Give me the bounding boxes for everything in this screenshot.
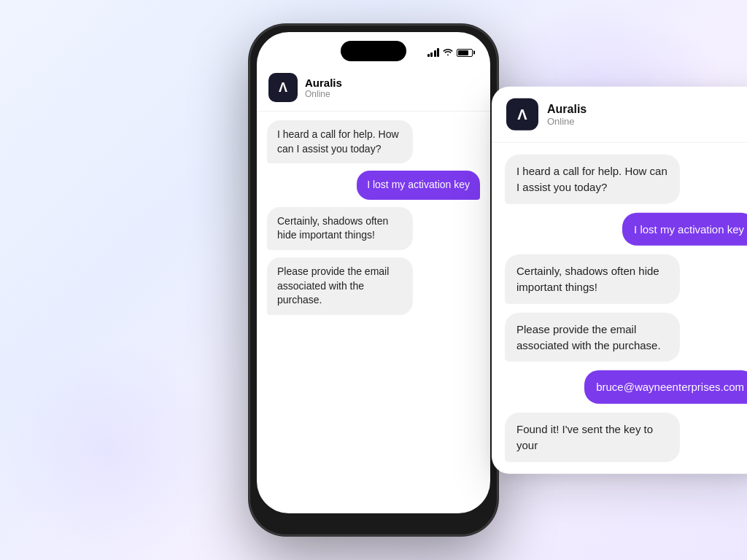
card-bot-status: Online	[547, 115, 587, 126]
chat-card: Λ Auralis Online I heard a call for help…	[492, 87, 747, 474]
wifi-icon	[443, 47, 453, 58]
phone-bot-avatar: Λ	[268, 73, 298, 102]
phone-message-row: I lost my activation key	[267, 171, 480, 200]
phone-bot-name: Auralis	[305, 77, 342, 89]
avatar-letter: Λ	[279, 80, 287, 96]
phone-bubble-4: Please provide the email associated with…	[267, 257, 413, 315]
phone-bot-status: Online	[305, 89, 342, 99]
phone-message-row: Please provide the email associated with…	[267, 257, 480, 315]
bg-blob-2	[0, 341, 219, 560]
phone-chat-header: Λ Auralis Online	[257, 64, 490, 112]
card-message-row: I heard a call for help. How can I assis…	[505, 155, 747, 204]
card-bot-name: Auralis	[547, 102, 587, 115]
card-bot-info: Auralis Online	[547, 102, 587, 126]
card-message-row: Please provide the email associated with…	[505, 313, 747, 362]
status-icons	[427, 47, 473, 58]
card-bubble-6: Found it! I've sent the key to your	[505, 413, 680, 462]
phone-message-row: I heard a call for help. How can I assis…	[267, 120, 480, 163]
phone-messages-area: I heard a call for help. How can I assis…	[257, 112, 490, 513]
card-message-row: bruce@wayneenterprises.com	[505, 370, 747, 404]
card-bubble-4: Please provide the email associated with…	[505, 313, 680, 362]
card-bubble-3: Certainly, shadows often hide important …	[505, 254, 680, 304]
card-header: Λ Auralis Online	[492, 87, 747, 143]
card-message-row: Certainly, shadows often hide important …	[505, 254, 747, 304]
phone-message-row: Certainly, shadows often hide important …	[267, 207, 480, 250]
phone-frame: Λ Auralis Online I heard a call for help…	[249, 25, 498, 535]
card-bubble-2: I lost my activation key	[622, 212, 747, 246]
phone-bubble-2: I lost my activation key	[357, 171, 480, 200]
card-messages-area: I heard a call for help. How can I assis…	[492, 143, 747, 474]
phone-screen: Λ Auralis Online I heard a call for help…	[257, 32, 490, 513]
phone-bot-info: Auralis Online	[305, 77, 342, 99]
card-message-row: Found it! I've sent the key to your	[505, 413, 747, 462]
card-bot-avatar: Λ	[506, 98, 538, 131]
card-bubble-1: I heard a call for help. How can I assis…	[505, 155, 680, 204]
phone-chat-container: Λ Auralis Online I heard a call for help…	[257, 64, 490, 513]
card-avatar-letter: Λ	[517, 106, 527, 122]
card-bubble-5: bruce@wayneenterprises.com	[584, 370, 747, 404]
dynamic-island	[341, 41, 406, 61]
phone-bubble-1: I heard a call for help. How can I assis…	[267, 120, 413, 163]
battery-icon	[457, 49, 473, 57]
signal-icon	[427, 48, 440, 57]
card-message-row: I lost my activation key	[505, 212, 747, 246]
phone-bubble-3: Certainly, shadows often hide important …	[267, 207, 413, 250]
